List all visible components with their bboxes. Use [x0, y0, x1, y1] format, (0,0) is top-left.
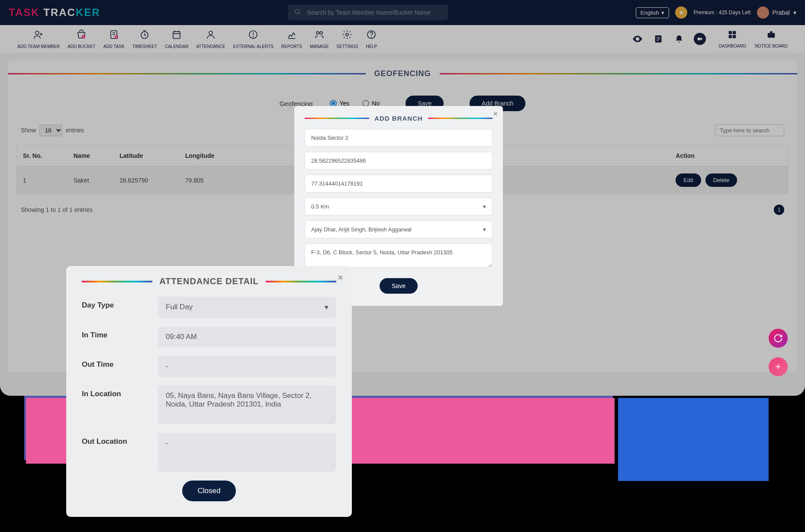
modal-save-button[interactable]: Save — [380, 278, 418, 294]
out-location-value: - ⋰ — [158, 433, 336, 472]
gradient-divider — [305, 118, 369, 119]
decorative-blue-block — [618, 398, 769, 481]
out-location-label: Out Location — [82, 433, 158, 446]
closed-button[interactable]: Closed — [182, 481, 236, 501]
day-type-label: Day Type — [82, 297, 158, 310]
fab-refresh[interactable] — [769, 329, 788, 348]
branch-radius-select[interactable]: 0.5 Km ▾ — [305, 198, 493, 215]
branch-lat-input[interactable] — [305, 152, 493, 170]
in-time-label: In Time — [82, 327, 158, 340]
close-icon[interactable]: × — [338, 272, 343, 283]
in-location-value: 05, Naya Bans, Naya Bans Village, Sector… — [158, 385, 336, 424]
gradient-divider — [428, 118, 493, 119]
day-type-select[interactable]: Full Day ▾ — [158, 297, 336, 318]
close-icon[interactable]: × — [493, 109, 498, 119]
resize-handle-icon[interactable]: ⋰ — [329, 464, 335, 470]
out-time-value: - — [158, 356, 336, 377]
gradient-divider — [82, 281, 152, 282]
chevron-down-icon: ▾ — [325, 303, 328, 312]
fab-add[interactable]: + — [769, 357, 788, 376]
modal-title: ADD BRANCH — [369, 115, 428, 122]
gradient-divider — [266, 281, 336, 282]
chevron-down-icon: ▾ — [483, 226, 486, 233]
branch-address-textarea[interactable]: F-3, D6, C Block, Sector 5, Noida, Uttar… — [305, 244, 493, 268]
attendance-detail-modal: × ATTENDANCE DETAIL Day Type Full Day ▾ … — [66, 266, 352, 517]
out-time-label: Out Time — [82, 356, 158, 369]
branch-name-input[interactable] — [305, 129, 493, 147]
branch-lng-input[interactable] — [305, 175, 493, 192]
resize-handle-icon[interactable]: ⋰ — [329, 417, 335, 423]
chevron-down-icon: ▾ — [483, 203, 486, 210]
branch-members-select[interactable]: Ajay Dhar, Arijit Singh, Brijiesh Aggarw… — [305, 221, 493, 238]
in-time-value: 09:40 AM — [158, 327, 336, 347]
modal-title: ATTENDANCE DETAIL — [152, 276, 266, 286]
in-location-label: In Location — [82, 385, 158, 398]
